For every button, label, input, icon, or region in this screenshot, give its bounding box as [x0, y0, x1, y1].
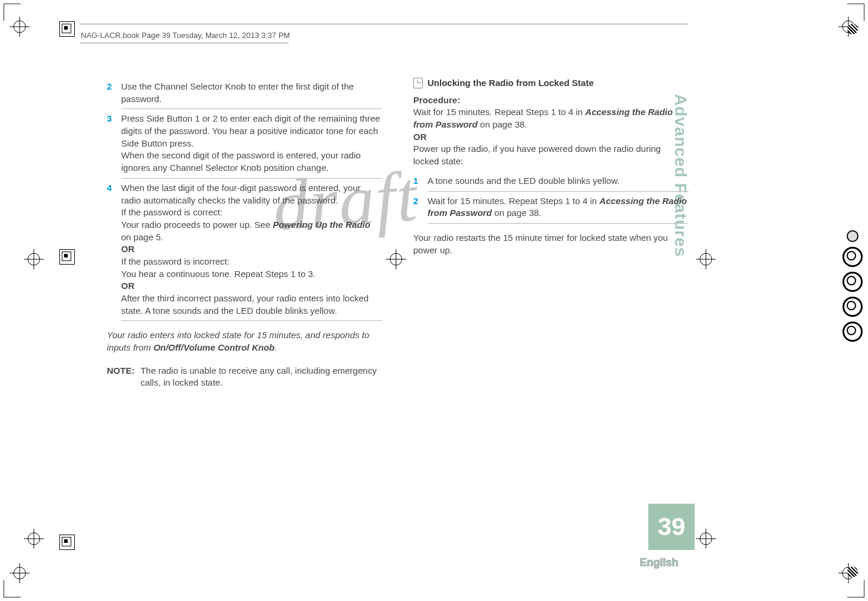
density-patch [59, 249, 74, 263]
running-head: NAG-LACR.book Page 39 Tuesday, March 12,… [81, 31, 290, 40]
cross-ref-link[interactable]: Powering Up the Radio [273, 220, 370, 230]
body-content: 2 Use the Channel Selector Knob to enter… [107, 77, 689, 389]
density-patch [59, 21, 74, 36]
color-control-strip [841, 567, 864, 577]
body-text: If the password is incorrect: [121, 256, 230, 266]
body-text: Your radio proceeds to power up. See [121, 220, 273, 230]
note-text: The radio is unable to receive any call,… [141, 365, 382, 389]
step-2: 2 Wait for 15 minutes. Repeat Steps 1 to… [413, 192, 689, 223]
step-text: When the last digit of the four-digit pa… [121, 182, 382, 317]
body-text: on page 5. [121, 232, 163, 242]
body-text: Your radio restarts the 15 minute timer … [413, 232, 689, 256]
control-name: On/Off/Volume Control Knob [153, 342, 274, 352]
registration-mark [24, 249, 44, 269]
page-number: 39 [648, 504, 695, 550]
left-column: 2 Use the Channel Selector Knob to enter… [107, 77, 382, 389]
subsection-heading: Unlocking the Radio from Locked State [413, 77, 689, 90]
step-divider [427, 223, 689, 224]
or-label: OR [121, 244, 135, 254]
or-label: OR [413, 131, 689, 144]
locked-state-note: Your radio enters into locked state for … [107, 329, 382, 354]
registration-mark [9, 17, 30, 37]
step-text: Use the Channel Selector Knob to enter t… [121, 81, 382, 105]
note-block: NOTE: The radio is unable to receive any… [107, 365, 382, 389]
body-text: Wait for 15 minutes. Repeat Steps 1 to 4… [427, 196, 600, 206]
procedure-label: Procedure: [413, 94, 689, 107]
step-divider [121, 320, 382, 321]
language-label: English [623, 557, 695, 569]
color-control-strip [841, 24, 864, 34]
step-number: 4 [107, 182, 115, 317]
registration-mark [696, 249, 716, 269]
right-column: Unlocking the Radio from Locked State Pr… [413, 77, 689, 389]
color-control-strip [841, 225, 864, 346]
body-text: Power up the radio, if you have powered … [413, 143, 689, 167]
note-label: NOTE: [107, 365, 135, 389]
density-patch [59, 535, 74, 549]
step-1: 1 A tone sounds and the LED double blink… [413, 171, 689, 191]
header-rule [80, 43, 289, 43]
body-text: on page 38. [477, 119, 527, 129]
step-text: Wait for 15 minutes. Repeat Steps 1 to 4… [427, 195, 689, 220]
body-text: After the third incorrect password, your… [121, 293, 369, 316]
registration-mark [24, 529, 44, 549]
or-label: OR [121, 281, 135, 291]
registration-mark [696, 529, 716, 549]
document-icon [413, 78, 423, 88]
body-text: When the last digit of the four-digit pa… [121, 183, 361, 217]
step-text: Press Side Button 1 or 2 to enter each d… [121, 113, 382, 174]
registration-mark [9, 563, 30, 583]
body-text: . [275, 342, 277, 352]
body-text: You hear a continuous tone. Repeat Steps… [121, 269, 315, 279]
step-number: 2 [413, 195, 422, 220]
body-text: Wait for 15 minutes. Repeat Steps 1 to 4… [413, 106, 689, 131]
step-2: 2 Use the Channel Selector Knob to enter… [107, 77, 382, 109]
body-text: on page 38. [492, 208, 541, 218]
step-4: 4 When the last digit of the four-digit … [107, 179, 382, 321]
body-text: Wait for 15 minutes. Repeat Steps 1 to 4… [413, 107, 585, 117]
header-rule [80, 24, 688, 24]
step-number: 2 [107, 81, 115, 105]
step-3: 3 Press Side Button 1 or 2 to enter each… [107, 109, 382, 177]
heading-text: Unlocking the Radio from Locked State [427, 77, 594, 90]
step-text: A tone sounds and the LED double blinks … [427, 175, 689, 187]
step-number: 1 [413, 175, 422, 187]
step-number: 3 [107, 113, 115, 174]
